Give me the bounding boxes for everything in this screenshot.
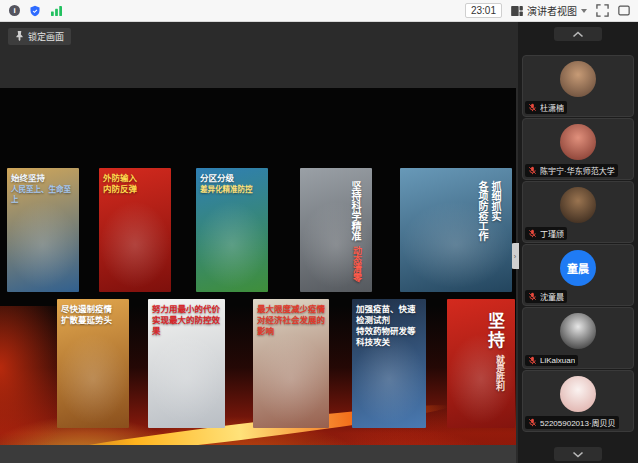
pin-screen-button[interactable]: 锁定画面 [8, 28, 71, 45]
view-mode-selector[interactable]: 演讲者视图 [511, 3, 587, 18]
chevron-up-icon [572, 31, 584, 38]
poster: 坚持就是胜利 [447, 299, 515, 428]
participant-name: 丁瑾颀 [540, 228, 564, 239]
poster: 外防输入 内防反弹 [99, 168, 171, 292]
participant-name: 52205902013·周贝贝 [540, 417, 616, 428]
poster-title: 坚持 [481, 310, 507, 352]
chevron-down-icon [572, 451, 584, 458]
participant-name: LiKaixuan [540, 356, 575, 365]
meeting-topbar: i 23:01 演讲者视图 [0, 0, 638, 22]
collapse-down-button[interactable] [554, 447, 602, 461]
poster: 坚持科学精准动态清零 [300, 168, 372, 292]
participant-tile[interactable]: LiKaixuan [522, 307, 634, 369]
muted-mic-icon [528, 418, 537, 427]
muted-mic-icon [528, 166, 537, 175]
pin-icon [15, 30, 24, 43]
participant-name-chip: 丁瑾颀 [525, 227, 567, 240]
participant-name-chip: 陈宇宁·华东师范大学 [525, 164, 618, 177]
participant-name: 陈宇宁·华东师范大学 [540, 165, 615, 176]
poster-photo [57, 299, 129, 428]
avatar: 童晨 [560, 250, 596, 286]
poster: 加强疫苗、快速检测试剂 特效药物研发等科技攻关 [352, 299, 426, 428]
speaker-view-icon [511, 6, 523, 16]
sidebar-collapse-handle[interactable]: › [511, 243, 519, 269]
poster: 努力用最小的代价 实现最大的防控效果 [148, 299, 225, 428]
poster-photo [352, 299, 426, 428]
muted-mic-icon [528, 292, 537, 301]
poster-photo [7, 168, 79, 292]
poster-title: 抓细抓实 各项防疫工作 [474, 179, 504, 243]
poster-title: 坚持科学精准 [347, 179, 364, 243]
poster: 分区分级差异化精准防控 [196, 168, 268, 292]
participant-name-chip: 沈童晨 [525, 290, 567, 303]
meeting-info-icon[interactable]: i [9, 5, 20, 16]
participant-tile[interactable]: 52205902013·周贝贝 [522, 370, 634, 432]
avatar [560, 61, 596, 97]
poster-subtitle: 就是胜利 [481, 353, 507, 393]
window-mode-icon[interactable] [618, 5, 630, 16]
participant-name-chip: LiKaixuan [525, 355, 578, 366]
view-mode-label: 演讲者视图 [527, 3, 577, 18]
participants-sidebar: 杜潇楠陈宇宁·华东师范大学丁瑾颀童晨沈童晨LiKaixuan5220590201… [518, 22, 638, 463]
poster-photo [148, 299, 225, 428]
poster-photo [253, 299, 329, 428]
poster: 抓细抓实 各项防疫工作 [400, 168, 512, 292]
pin-screen-label: 锁定画面 [28, 30, 64, 43]
poster: 尽快遏制疫情 扩散蔓延势头 [57, 299, 129, 428]
participant-tile[interactable]: 杜潇楠 [522, 55, 634, 117]
avatar [560, 187, 596, 223]
muted-mic-icon [528, 103, 537, 112]
participant-name: 杜潇楠 [540, 102, 564, 113]
poster: 始终坚持人民至上、生命至上 [7, 168, 79, 292]
participant-name-chip: 杜潇楠 [525, 101, 567, 114]
poster: 最大限度减少疫情 对经济社会发展的影响 [253, 299, 329, 428]
security-shield-icon[interactable] [29, 5, 41, 17]
avatar [560, 376, 596, 412]
participant-tile[interactable]: 陈宇宁·华东师范大学 [522, 118, 634, 180]
participant-name: 沈童晨 [540, 291, 564, 302]
shared-screen-area: 锁定画面 始终坚持人民至上、生命至上外防输入 内防反弹分区分级差异化精准防控坚持… [0, 22, 518, 463]
shared-slide-image: 始终坚持人民至上、生命至上外防输入 内防反弹分区分级差异化精准防控坚持科学精准动… [0, 88, 516, 445]
muted-mic-icon [528, 229, 537, 238]
poster-photo [196, 168, 268, 292]
chevron-down-icon [581, 9, 587, 13]
fullscreen-icon[interactable] [596, 4, 609, 17]
letterbox-strip [0, 445, 516, 463]
participant-tile[interactable]: 童晨沈童晨 [522, 244, 634, 306]
clock-time: 23:01 [465, 3, 502, 18]
avatar [560, 124, 596, 160]
avatar [560, 313, 596, 349]
participant-tile[interactable]: 丁瑾颀 [522, 181, 634, 243]
poster-photo [99, 168, 171, 292]
participant-name-chip: 52205902013·周贝贝 [525, 416, 619, 429]
collapse-up-button[interactable] [554, 27, 602, 41]
muted-mic-icon [528, 356, 537, 365]
poster-subtitle: 动态清零 [347, 244, 364, 284]
network-signal-icon[interactable] [50, 5, 63, 16]
